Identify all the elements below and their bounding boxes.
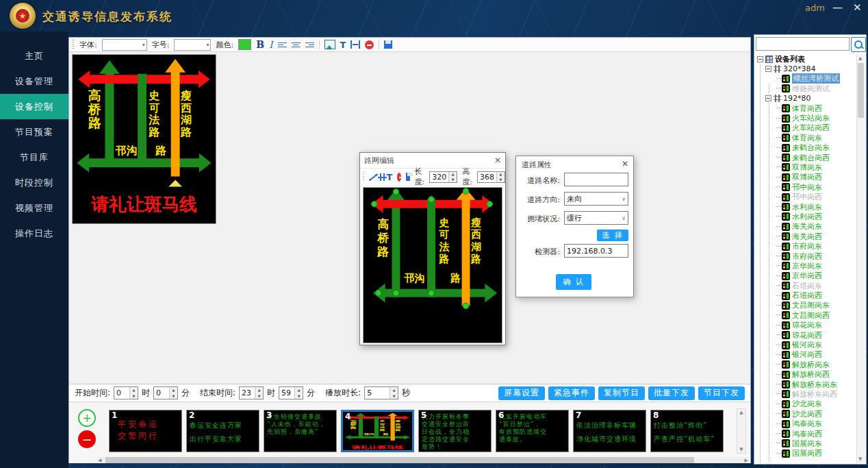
road-name-input[interactable] xyxy=(564,173,628,186)
text-tool-icon[interactable]: T xyxy=(386,173,392,182)
nav-item-1[interactable]: 设备管理 xyxy=(0,69,68,94)
device-label[interactable]: 海关岗西 xyxy=(792,232,822,242)
scroll-left-icon[interactable]: ◀ xyxy=(98,457,101,464)
program-thumbnail-1[interactable]: 1平安春运交警同行 xyxy=(109,410,182,452)
save-icon[interactable] xyxy=(384,40,392,49)
color-swatch[interactable] xyxy=(238,39,251,50)
congestion-select[interactable]: 缓行 ∨ xyxy=(564,211,628,225)
device-label[interactable]: 邗中岗西 xyxy=(792,192,822,202)
height-stepper[interactable]: 368 ▲▼ xyxy=(477,171,505,183)
program-thumbnail-7[interactable]: 7依法治理非标车辆净化城市交通环境 xyxy=(573,410,646,452)
step-up-icon[interactable]: ▲ xyxy=(449,172,457,177)
device-label[interactable]: 琼花岗东 xyxy=(792,320,822,330)
edit-handle[interactable] xyxy=(487,201,493,207)
device-item[interactable]: 来鹤台岗东 xyxy=(756,143,858,153)
collapse-icon[interactable] xyxy=(765,66,771,72)
device-label[interactable]: 石塔岗东 xyxy=(792,281,822,291)
scrollbar-thumb[interactable] xyxy=(105,457,694,463)
device-item[interactable]: 体育岗东 xyxy=(756,133,858,143)
program-thumbnail-4[interactable]: 4高桥路史可法路瘦西湖路邗沟路请礼让斑马线 xyxy=(341,410,414,452)
device-item[interactable]: 螺丝湾桥测试 xyxy=(756,74,858,84)
device-item[interactable]: 体育岗西 xyxy=(756,103,858,113)
device-item[interactable]: 国展岗西 xyxy=(756,449,858,458)
scroll-down-icon[interactable]: ▼ xyxy=(858,456,862,462)
device-label[interactable]: 体育岗东 xyxy=(792,133,822,143)
device-item[interactable]: 水利岗西 xyxy=(756,212,858,221)
device-label[interactable]: 解放桥东岗东 xyxy=(792,380,837,390)
roadnet-canvas[interactable]: 高桥路史可法路瘦西湖路邗沟路 xyxy=(363,187,502,343)
scrollbar-thumb[interactable] xyxy=(858,63,864,118)
height-value[interactable]: 368 xyxy=(478,172,496,182)
collapse-icon[interactable] xyxy=(757,56,763,62)
font-select[interactable]: ▾ xyxy=(102,39,147,51)
program-thumbnail-2[interactable]: 2春运安全连万家出行平安靠大家 xyxy=(186,410,259,452)
device-item[interactable]: 京华岗西 xyxy=(756,271,858,281)
device-label[interactable]: 文昌阁岗西 xyxy=(792,310,830,321)
screen-settings-button[interactable]: 屏幕设置 xyxy=(498,386,545,400)
batch-dispatch-button[interactable]: 批量下发 xyxy=(648,386,695,400)
road-tool-icon[interactable] xyxy=(378,173,382,182)
device-label[interactable]: 双博岗东 xyxy=(792,162,822,173)
nav-item-3[interactable]: 节目预案 xyxy=(0,119,68,145)
start-hour-stepper[interactable]: 0 ▲▼ xyxy=(114,386,138,399)
font-size-select[interactable]: ▾ xyxy=(174,39,211,51)
nav-item-5[interactable]: 时段控制 xyxy=(0,170,68,195)
device-label[interactable]: 沙北岗西 xyxy=(792,409,822,419)
detector-input[interactable]: 192.168.0.3 xyxy=(564,244,628,258)
tree-group-1[interactable]: 192*80 xyxy=(756,94,858,103)
copy-program-button[interactable]: 复制节目 xyxy=(598,386,645,400)
edit-handle[interactable] xyxy=(393,189,399,195)
device-item[interactable]: 海关岗西 xyxy=(756,232,858,241)
device-item[interactable]: 沙北岗东 xyxy=(756,399,858,409)
device-item[interactable]: 水利岗东 xyxy=(756,202,858,212)
road-properties-dialog[interactable]: 道路属性 ✕ 道路名称: 道路方向: 来向 ∨ 拥堵状况: 缓行 ∨ 选 择 检… xyxy=(515,156,634,297)
device-item[interactable]: 琼花岗西 xyxy=(756,330,858,340)
device-label[interactable]: 京华岗东 xyxy=(792,261,822,271)
program-thumbnail-3[interactable]: 3发生轻微交通事故“人未伤，车能动，先拍照，后撤离” xyxy=(264,410,337,452)
nav-item-4[interactable]: 节目库 xyxy=(0,145,68,170)
length-value[interactable]: 320 xyxy=(430,172,448,182)
device-label[interactable]: 火车站岗西 xyxy=(792,123,830,133)
device-item[interactable]: 文昌阁岗东 xyxy=(756,301,858,310)
device-label[interactable]: 水利岗西 xyxy=(792,212,822,222)
insert-image-icon[interactable] xyxy=(324,40,335,49)
sign-preview-panel[interactable]: 高桥路史可法路瘦西湖路邗沟路请礼让斑马线 xyxy=(72,54,216,224)
device-label[interactable]: 国展岗东 xyxy=(792,439,822,449)
device-item[interactable]: 琼花岗东 xyxy=(756,321,858,330)
edit-handle[interactable] xyxy=(371,201,377,207)
road-direction-select[interactable]: 来向 ∨ xyxy=(564,192,628,206)
step-down-icon[interactable]: ▼ xyxy=(497,177,505,182)
device-item[interactable]: 京华岗东 xyxy=(756,261,858,271)
delete-icon[interactable] xyxy=(365,40,374,49)
save-icon[interactable] xyxy=(406,173,409,181)
italic-icon[interactable]: I xyxy=(269,39,273,50)
nav-item-2[interactable]: 设备控制 xyxy=(0,94,68,119)
device-item[interactable]: 石塔岗西 xyxy=(756,291,858,300)
device-item[interactable]: 邗中岗西 xyxy=(756,192,858,201)
device-label[interactable]: 邗中岗东 xyxy=(792,182,822,193)
device-item[interactable]: 石塔岗东 xyxy=(756,281,858,291)
device-item[interactable]: 市府岗东 xyxy=(756,241,858,251)
strip-vertical-scrollbar[interactable]: ▲ ▼ xyxy=(737,408,746,454)
delete-icon[interactable] xyxy=(397,173,401,182)
emergency-event-button[interactable]: 紧急事件 xyxy=(548,386,595,400)
device-label[interactable]: 解放桥岗东 xyxy=(792,360,830,370)
align-left-icon[interactable] xyxy=(278,41,287,49)
device-label[interactable]: 银河岗东 xyxy=(792,340,822,350)
text-tool-icon[interactable]: T xyxy=(340,40,346,49)
device-item[interactable]: 双博岗东 xyxy=(756,162,858,172)
device-label[interactable]: 来鹤台岗东 xyxy=(792,143,830,153)
device-label[interactable]: 水利岗东 xyxy=(792,202,822,212)
device-item[interactable]: 火车站岗东 xyxy=(756,113,858,123)
device-item[interactable]: 文昌阁岗西 xyxy=(756,310,858,320)
device-label[interactable]: 双博岗西 xyxy=(792,172,822,182)
device-label[interactable]: 维扬岗测试 xyxy=(792,84,830,94)
device-label[interactable]: 鸿泰岗西 xyxy=(792,429,822,439)
device-label[interactable]: 螺丝湾桥测试 xyxy=(792,73,840,84)
device-label[interactable]: 文昌阁岗东 xyxy=(792,300,830,310)
device-label[interactable]: 国展岗西 xyxy=(792,448,822,458)
device-label[interactable]: 解放桥东岗西 xyxy=(792,389,837,399)
device-item[interactable]: 解放桥东岗东 xyxy=(756,380,858,389)
device-item[interactable]: 邗中岗东 xyxy=(756,182,858,192)
device-label[interactable]: 海关岗东 xyxy=(792,221,822,232)
